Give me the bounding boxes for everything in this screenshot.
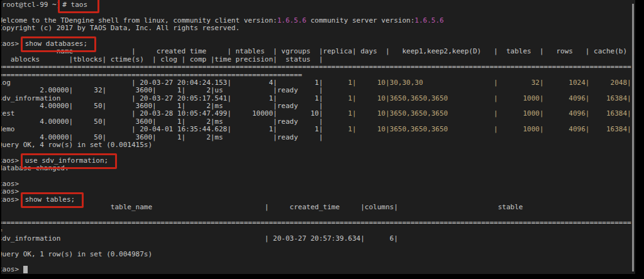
separator-line: ========================================… <box>1 219 635 227</box>
table-row-text: sdv_information | 20-03-27 20:57:39.634|… <box>1 234 398 243</box>
welcome-text: community server version: <box>306 16 414 25</box>
taos-prompt: taos> <box>1 156 23 165</box>
query-ok-text: Query OK, 4 row(s) in set (0.001415s) <box>1 141 152 149</box>
copyright-text: Copyright (c) 2017 by TAOS Data, Inc. Al… <box>1 24 240 32</box>
column-headers: | <box>1 211 3 219</box>
command-taos: # taos <box>58 0 99 13</box>
command-use-database: use sdv_information; <box>21 153 117 169</box>
query-result-line: Query OK, 4 row(s) in set (0.001415s) <box>1 141 635 149</box>
terminal-cursor <box>23 266 28 273</box>
scrollbar[interactable] <box>632 4 634 271</box>
query-result-line: Query OK, 1 row(s) in set (0.004987s) <box>1 251 635 258</box>
db-row-values: 1| 10|3650,3650,3650 | 1000| 4096| 16384… <box>323 94 631 102</box>
client-version-number: 1.6.5.6 <box>277 16 306 25</box>
db-row-text: log | 20-03-27 20:04:24.153| 4| 1| <box>1 79 323 87</box>
query-ok-text: Query OK, 1 row(s) in set (0.004987s) <box>1 250 152 258</box>
db-row-values: 1| 10|3650,3650,3650 | 1000| 4096| 16384… <box>323 109 631 118</box>
taos-prompt: taos> <box>1 180 23 188</box>
terminal-line <box>1 173 635 180</box>
db-row-values: 1| 10|30,30,30 | 32| 1024| 2048| <box>323 79 631 87</box>
input-line: taos> <box>1 266 635 273</box>
shell-prompt: [root@tcl-99 ~] <box>1 1 60 9</box>
terminal-line <box>1 33 635 40</box>
column-headers: table_name | created_time |columns| stab… <box>1 203 631 211</box>
terminal-line <box>1 258 635 266</box>
separator: = <box>1 226 3 234</box>
shell-prompt-line: [root@tcl-99 ~]# taos <box>1 1 635 9</box>
table-row-text: | <box>1 242 3 250</box>
db-row-text: 4.00000| 50| 3600| 1| 2|ms |ready | <box>1 102 323 110</box>
separator: ========================================… <box>1 71 302 79</box>
tables-header: table_name | created_time |columns| stab… <box>1 204 635 211</box>
command-line: taos> use sdv_information; <box>1 157 635 165</box>
copyright-line: Copyright (c) 2017 by TAOS Data, Inc. Al… <box>1 25 635 32</box>
db-row-values: 1| 10|3650,3650,3650 | 1000| 4096| 16384… <box>323 125 631 133</box>
db-row-text: sdv_information | 20-03-27 20:05:17.541|… <box>1 94 323 102</box>
separator: ========================================… <box>1 219 631 227</box>
column-headers: ablocks |tblocks| ctime(s) | clog | comp… <box>1 55 323 63</box>
taos-prompt: taos> <box>1 40 23 48</box>
command-line: taos> <box>1 180 635 188</box>
command-line: taos> <box>1 188 635 195</box>
screenshot-root: { "terminal": { "colors": { "background"… <box>0 0 644 279</box>
command-show-databases: show databases; <box>21 36 96 52</box>
separator: ========================================… <box>1 63 631 71</box>
db-row-text: 4.00000| 50| 3600| 1| 2|ms |ready | <box>1 118 323 126</box>
db-row-text: 2.00000| 32| 3600| 1| 2|us |ready | <box>1 86 323 94</box>
column-headers: name | created time | ntables | vgroups … <box>1 47 635 55</box>
server-version-number: 1.6.5.6 <box>414 16 443 25</box>
welcome-text: Welcome to the TDengine shell from linux… <box>1 16 277 25</box>
terminal-window[interactable]: [root@tcl-99 ~]# taos Welcome to the TDe… <box>1 0 635 274</box>
table-row-sdv: sdv_information | 20-03-27 20:57:39.634|… <box>1 235 635 243</box>
taos-prompt: taos> <box>1 195 23 204</box>
command-show-tables: show tables; <box>21 192 84 208</box>
db-row-text: demo | 20-04-01 16:35:44.628| 1| 1| <box>1 125 323 133</box>
db-row-text: 4.00000| 50| 3600| 1| 2|ms |ready | <box>1 133 323 141</box>
terminal-output: [root@tcl-99 ~]# taos Welcome to the TDe… <box>1 0 635 274</box>
taos-prompt: taos> <box>1 187 23 195</box>
db-row-text: test | 20-03-28 10:05:47.499| 10000| 10| <box>1 109 323 118</box>
taos-prompt: taos> <box>1 265 23 273</box>
